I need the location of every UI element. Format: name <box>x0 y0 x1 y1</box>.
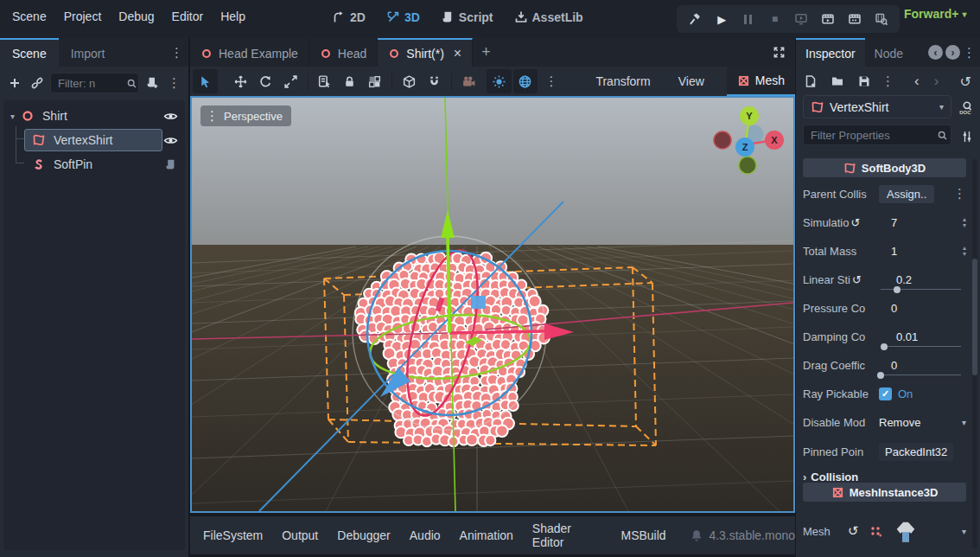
checkbox-checked-icon[interactable]: ✓ <box>879 387 892 400</box>
select-tool-icon[interactable] <box>193 69 218 93</box>
menu-transform[interactable]: Transform <box>585 70 660 93</box>
slider-track[interactable] <box>881 289 961 290</box>
menu-mesh[interactable]: Mesh <box>727 67 795 96</box>
expand-viewport-icon[interactable] <box>769 43 788 62</box>
play-remote-icon[interactable] <box>792 10 811 29</box>
menu-scene[interactable]: Scene <box>3 6 55 27</box>
rotate-tool-icon[interactable] <box>253 69 278 93</box>
property-value[interactable]: On <box>898 387 913 400</box>
pause-icon[interactable] <box>739 10 758 29</box>
spinbox-arrows-icon[interactable]: ▴▾ <box>963 216 966 228</box>
menu-help[interactable]: Help <box>212 6 254 27</box>
workspace-3d-button[interactable]: 3D <box>379 7 427 28</box>
add-node-icon[interactable] <box>5 74 24 93</box>
property-filter-input[interactable] <box>803 125 951 145</box>
perspective-menu[interactable]: ⋮ Perspective <box>200 106 291 126</box>
sun-icon[interactable] <box>487 69 512 93</box>
history-back-icon[interactable]: ‹ <box>914 73 920 90</box>
play-custom-scene-icon[interactable] <box>845 10 864 29</box>
scale-tool-icon[interactable] <box>278 69 303 93</box>
spinbox-arrows-icon[interactable]: ▴▾ <box>963 245 966 257</box>
axis-neg-x-ball[interactable] <box>714 131 731 149</box>
viewport-3d[interactable]: Y X Z ⋮ Perspective <box>190 96 795 513</box>
open-docs-icon[interactable]: DOC <box>957 99 976 118</box>
manage-properties-icon[interactable] <box>958 127 977 146</box>
property-value[interactable]: 1 <box>891 245 897 258</box>
tab-inspector[interactable]: Inspector <box>796 38 865 67</box>
stop-icon[interactable]: ■ <box>766 10 785 29</box>
property-value[interactable]: 0 <box>891 302 897 315</box>
workspace-assetlib-button[interactable]: AssetLib <box>507 7 590 28</box>
menu-project[interactable]: Project <box>55 6 111 27</box>
inspector-scrollbar[interactable] <box>972 159 977 548</box>
move-tool-icon[interactable] <box>228 69 253 93</box>
environment-icon[interactable] <box>513 69 538 93</box>
menu-view[interactable]: View <box>668 70 715 93</box>
workspace-2d-button[interactable]: 2D <box>325 7 372 28</box>
slider-grabber[interactable] <box>881 343 888 350</box>
eye-icon[interactable] <box>161 131 180 150</box>
play-icon[interactable]: ▶ <box>712 10 731 29</box>
close-icon[interactable]: × <box>454 46 461 61</box>
slider-grabber[interactable] <box>877 372 884 379</box>
play-scene-icon[interactable] <box>818 10 837 29</box>
tab-scene[interactable]: Scene <box>0 38 59 67</box>
save-resource-icon[interactable] <box>855 72 874 91</box>
more-icon[interactable]: ⋮ <box>538 74 564 89</box>
revert-icon[interactable]: ↺ <box>848 523 859 539</box>
bottom-tab-audio[interactable]: Audio <box>400 523 450 547</box>
snap-icon[interactable] <box>422 69 447 93</box>
slider-grabber[interactable] <box>894 286 900 293</box>
collapse-chevron-icon[interactable]: ▾ <box>10 112 15 121</box>
movie-maker-icon[interactable] <box>872 10 891 29</box>
instance-scene-icon[interactable] <box>28 74 47 93</box>
bottom-tab-msbuild[interactable]: MSBuild <box>612 523 676 547</box>
menu-editor[interactable]: Editor <box>163 6 213 27</box>
group-icon[interactable] <box>362 69 387 93</box>
tab-node[interactable]: Node <box>865 38 913 67</box>
more-icon[interactable]: ⋮ <box>881 74 894 89</box>
script-icon[interactable] <box>161 155 180 174</box>
new-tab-button[interactable]: + <box>473 38 500 67</box>
tab-prev-icon[interactable]: ‹ <box>928 45 943 60</box>
notification-bell-icon[interactable] <box>688 526 706 545</box>
scene-tab-shirt[interactable]: Shirt(*) × <box>378 38 473 67</box>
tree-row-softpin[interactable]: SoftPin <box>3 152 185 176</box>
revert-icon[interactable]: ↺ <box>850 216 860 229</box>
bottom-tab-debugger[interactable]: Debugger <box>328 523 400 547</box>
dropdown-select[interactable]: Remove▾ <box>879 409 966 435</box>
build-export-icon[interactable] <box>685 10 704 29</box>
mesh-resource-thumbnail[interactable] <box>892 517 920 545</box>
object-history-icon[interactable]: ↺ <box>960 74 971 90</box>
lock-icon[interactable] <box>337 69 362 93</box>
attach-script-icon[interactable] <box>143 74 162 93</box>
chevron-down-icon[interactable]: ▾ <box>962 527 966 536</box>
tree-row-vertexshirt[interactable]: VertexShirt <box>3 128 185 152</box>
property-value[interactable]: 0.2 <box>896 273 912 286</box>
property-value[interactable]: 0.01 <box>896 330 918 343</box>
edit-points-icon[interactable] <box>868 522 883 541</box>
preview-camera-icon[interactable] <box>456 69 481 93</box>
property-value[interactable]: 7 <box>891 216 897 229</box>
tab-import[interactable]: Import <box>59 38 118 67</box>
workspace-script-button[interactable]: Script <box>434 7 500 28</box>
more-icon[interactable]: ⋮ <box>165 75 183 91</box>
assign-button[interactable]: Assign.. <box>879 185 934 203</box>
revert-icon[interactable]: ↺ <box>852 273 862 286</box>
edited-object-select[interactable]: VertexShirt ▾ <box>803 95 951 118</box>
bottom-tab-animation[interactable]: Animation <box>450 523 523 547</box>
bottom-tab-filesystem[interactable]: FileSystem <box>194 523 272 547</box>
scene-tab-head[interactable]: Head <box>309 38 378 67</box>
eye-icon[interactable] <box>161 106 180 125</box>
class-header-softbody3d[interactable]: SoftBody3D <box>803 158 966 177</box>
version-label[interactable]: 4.3.stable.mono <box>709 528 795 542</box>
class-header-meshinstance3d[interactable]: MeshInstance3D <box>803 483 966 502</box>
bottom-tab-shader-editor[interactable]: Shader Editor <box>523 516 612 554</box>
history-forward-icon[interactable]: › <box>934 73 939 90</box>
local-space-icon[interactable] <box>397 69 422 93</box>
tab-next-icon[interactable]: › <box>945 45 960 60</box>
more-icon[interactable]: ⋮ <box>963 45 976 61</box>
list-select-icon[interactable] <box>312 69 337 93</box>
scrollbar-thumb[interactable] <box>972 259 977 375</box>
slider-track[interactable] <box>881 375 961 375</box>
